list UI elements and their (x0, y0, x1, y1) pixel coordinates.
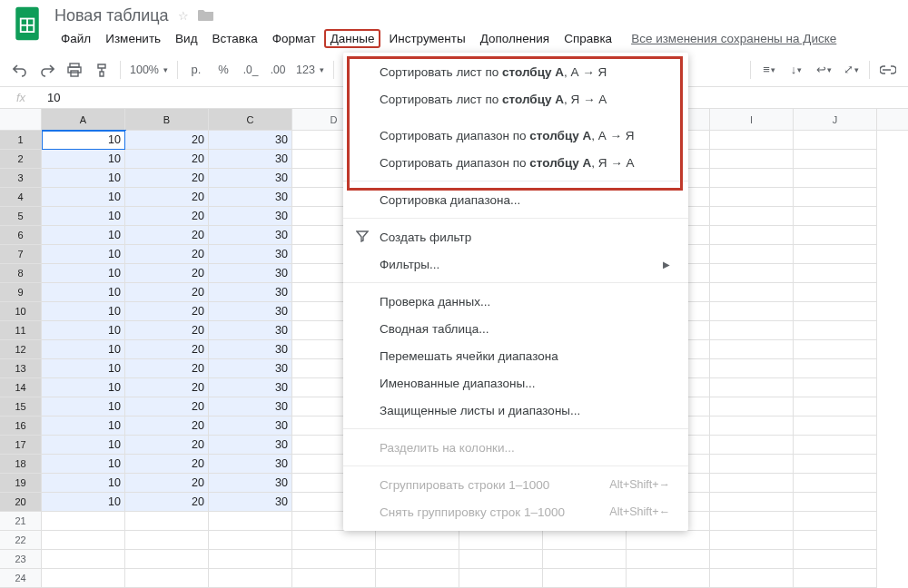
menu-файл[interactable]: Файл (54, 29, 97, 48)
cell[interactable]: 30 (209, 150, 292, 169)
cell[interactable]: 30 (209, 436, 292, 455)
undo-button[interactable] (7, 58, 33, 82)
cell[interactable] (627, 531, 710, 550)
cell[interactable] (209, 512, 292, 531)
cell[interactable] (794, 321, 877, 340)
cell[interactable] (42, 512, 125, 531)
col-header[interactable]: I (710, 109, 794, 130)
cell[interactable] (710, 264, 794, 283)
menu-данные[interactable]: Данные (324, 29, 381, 48)
cell[interactable] (292, 550, 376, 569)
menu-sort-range-az[interactable]: Сортировать диапазон по столбцу A, А → Я (343, 122, 688, 149)
link-button[interactable] (875, 58, 901, 82)
cell[interactable]: 10 (42, 188, 125, 207)
menu-sort-range[interactable]: Сортировка диапазона... (343, 186, 688, 213)
row-header[interactable]: 17 (0, 436, 41, 455)
row-header[interactable]: 22 (0, 531, 41, 550)
cell[interactable]: 10 (42, 397, 125, 416)
cell[interactable]: 10 (42, 416, 125, 436)
cell[interactable] (710, 569, 794, 588)
cell[interactable] (710, 150, 794, 169)
cell[interactable]: 20 (125, 321, 209, 340)
cell[interactable]: 30 (209, 264, 292, 283)
row-header[interactable]: 16 (0, 416, 41, 436)
menu-pivot[interactable]: Сводная таблица... (343, 315, 688, 342)
col-header[interactable]: B (125, 109, 209, 130)
cell[interactable]: 10 (42, 302, 125, 321)
row-header[interactable]: 20 (0, 493, 41, 512)
row-header[interactable]: 21 (0, 512, 41, 531)
cell[interactable]: 30 (209, 493, 292, 512)
cell[interactable] (710, 474, 794, 493)
row-header[interactable]: 3 (0, 169, 41, 188)
cell[interactable] (710, 550, 794, 569)
cell[interactable] (209, 550, 292, 569)
menu-sort-range-za[interactable]: Сортировать диапазон по столбцу A, Я → А (343, 149, 688, 176)
cell[interactable] (794, 531, 877, 550)
cell[interactable] (627, 550, 710, 569)
menu-вид[interactable]: Вид (169, 29, 203, 48)
cell[interactable]: 10 (42, 264, 125, 283)
cell[interactable]: 10 (42, 226, 125, 245)
cell[interactable]: 10 (42, 455, 125, 474)
select-all-corner[interactable] (0, 109, 41, 131)
cell[interactable] (543, 531, 627, 550)
col-header[interactable]: C (209, 109, 292, 130)
row-header[interactable]: 19 (0, 474, 41, 493)
cell[interactable]: 10 (42, 378, 125, 397)
cell[interactable]: 10 (42, 493, 125, 512)
row-header[interactable]: 2 (0, 150, 41, 169)
cell[interactable] (125, 569, 209, 588)
cell[interactable] (627, 569, 710, 588)
more-formats-button[interactable]: 123▾ (292, 58, 328, 82)
cell[interactable] (710, 188, 794, 207)
cell[interactable] (710, 359, 794, 378)
cell[interactable]: 10 (42, 474, 125, 493)
menu-инструменты[interactable]: Инструменты (382, 29, 471, 48)
cell[interactable] (794, 207, 877, 226)
row-header[interactable]: 5 (0, 207, 41, 226)
cell[interactable]: 10 (42, 131, 125, 150)
menu-справка[interactable]: Справка (558, 29, 618, 48)
cell[interactable]: 20 (125, 188, 209, 207)
cell[interactable] (543, 569, 627, 588)
cell[interactable] (710, 378, 794, 397)
increase-decimal-button[interactable]: .00 (265, 58, 291, 82)
paint-format-button[interactable] (89, 58, 114, 82)
cell[interactable]: 10 (42, 283, 125, 302)
menu-filters[interactable]: Фильтры...▶ (343, 250, 688, 278)
cell[interactable]: 30 (209, 340, 292, 359)
menu-data-validation[interactable]: Проверка данных... (343, 288, 688, 315)
cell[interactable] (794, 416, 877, 436)
cell[interactable] (209, 569, 292, 588)
cell[interactable] (794, 397, 877, 416)
cell[interactable] (710, 226, 794, 245)
cell[interactable]: 20 (125, 416, 209, 436)
cell[interactable] (710, 397, 794, 416)
cell[interactable] (42, 531, 125, 550)
cell[interactable]: 10 (42, 245, 125, 264)
row-header[interactable]: 23 (0, 550, 41, 569)
valign-button[interactable]: ↓▾ (784, 58, 809, 82)
cell[interactable]: 20 (125, 283, 209, 302)
currency-button[interactable]: р. (183, 58, 209, 82)
cell[interactable]: 30 (209, 321, 292, 340)
row-header[interactable]: 13 (0, 359, 41, 378)
cell[interactable]: 30 (209, 283, 292, 302)
row-header[interactable]: 7 (0, 245, 41, 264)
menu-named-ranges[interactable]: Именованные диапазоны... (343, 369, 688, 397)
cell[interactable]: 20 (125, 131, 209, 150)
cell[interactable] (543, 550, 627, 569)
cell[interactable] (292, 531, 376, 550)
formula-value[interactable]: 10 (42, 91, 60, 104)
cell[interactable]: 10 (42, 150, 125, 169)
cell[interactable]: 20 (125, 397, 209, 416)
cell[interactable]: 20 (125, 340, 209, 359)
cell[interactable]: 10 (42, 359, 125, 378)
cell[interactable]: 10 (42, 321, 125, 340)
cell[interactable] (125, 512, 209, 531)
cell[interactable]: 30 (209, 131, 292, 150)
cell[interactable]: 20 (125, 378, 209, 397)
row-header[interactable]: 10 (0, 302, 41, 321)
cell[interactable] (376, 531, 459, 550)
